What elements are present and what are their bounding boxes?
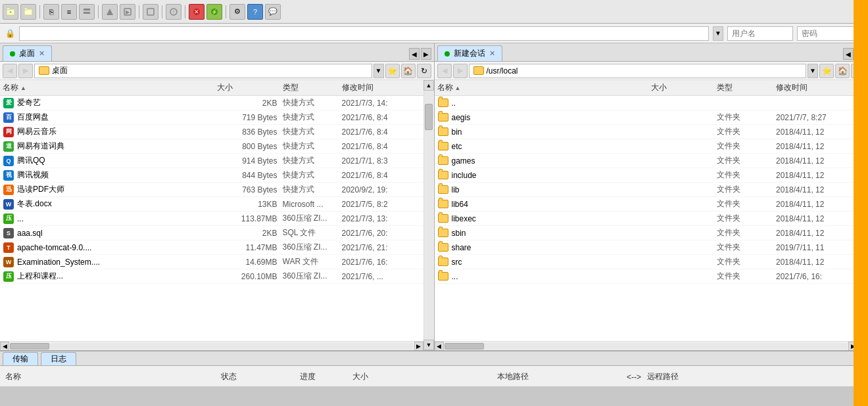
left-tab-close[interactable]: ✕ — [39, 49, 45, 58]
file-type: 文件夹 — [717, 227, 776, 238]
file-name: 网易云音乐 — [17, 126, 217, 137]
toolbar-btn-3[interactable]: ⎘ — [43, 4, 59, 20]
left-h-scroll-right[interactable]: ▶ — [414, 342, 423, 351]
left-h-scroll-left[interactable]: ◀ — [0, 342, 9, 351]
left-home-btn[interactable]: 🏠 — [401, 64, 416, 78]
left-col-type[interactable]: 类型 — [283, 82, 342, 93]
list-item[interactable]: 百百度网盘719 Bytes快捷方式2021/7/6, 8:4 — [0, 110, 423, 125]
file-type: 文件夹 — [717, 141, 776, 152]
toolbar-btn-7[interactable]: ▶ — [120, 4, 135, 20]
file-size: 260.10MB — [217, 272, 283, 281]
list-item[interactable]: etc文件夹2018/4/11, 12 — [435, 139, 858, 154]
right-h-scroll-left[interactable]: ◀ — [435, 342, 444, 351]
right-tab-session[interactable]: 新建会话 ✕ — [437, 45, 502, 61]
toolbar-upload[interactable]: ↑ — [166, 4, 181, 20]
left-col-date[interactable]: 修改时间 — [342, 82, 421, 93]
file-size: 914 Bytes — [217, 156, 283, 166]
file-type: 文件夹 — [717, 126, 776, 137]
list-item[interactable]: 爱爱奇艺2KB快捷方式2021/7/3, 14: — [0, 96, 423, 110]
password-input[interactable] — [797, 26, 863, 41]
list-item[interactable]: .. — [435, 96, 858, 110]
right-h-scroll-thumb[interactable] — [445, 343, 484, 350]
list-item[interactable]: 迅迅读PDF大师763 Bytes快捷方式2020/9/2, 19: — [0, 183, 423, 197]
left-scroll-thumb[interactable] — [425, 104, 433, 130]
list-item[interactable]: Saaa.sql2KBSQL 文件2021/7/6, 20: — [0, 226, 423, 240]
left-path-dropdown[interactable]: ▼ — [374, 64, 384, 78]
file-name: libexec — [452, 214, 652, 223]
left-scroll-down[interactable]: ▼ — [423, 340, 434, 350]
file-type: 快捷方式 — [283, 155, 342, 166]
toolbar-btn-6[interactable] — [102, 4, 118, 20]
right-tab-prev[interactable]: ◀ — [843, 48, 854, 60]
left-col-size[interactable]: 大小 — [217, 82, 283, 93]
left-back-btn[interactable]: ◀ — [3, 64, 17, 78]
file-size: 763 Bytes — [217, 185, 283, 194]
right-col-type[interactable]: 类型 — [717, 82, 776, 93]
right-accent-panel — [854, 0, 868, 406]
left-v-scrollbar[interactable]: ▲ ▼ — [423, 80, 434, 350]
toolbar-btn-4[interactable]: ≡ — [61, 4, 77, 20]
right-path-dropdown[interactable]: ▼ — [808, 64, 818, 78]
list-item[interactable]: share文件夹2019/7/11, 11 — [435, 240, 858, 255]
left-h-scroll-thumb[interactable] — [10, 343, 49, 350]
left-h-scroll-track[interactable] — [10, 343, 414, 350]
list-item[interactable]: aegis文件夹2021/7/7, 8:27 — [435, 110, 858, 125]
right-tab-close[interactable]: ✕ — [489, 49, 495, 58]
toolbar-connect[interactable]: ⚡ — [206, 4, 222, 20]
right-forward-btn[interactable]: ▶ — [453, 64, 468, 78]
toolbar-settings[interactable]: ⚙ — [229, 4, 245, 20]
left-forward-btn[interactable]: ▶ — [18, 64, 33, 78]
list-item[interactable]: games文件夹2018/4/11, 12 — [435, 154, 858, 168]
list-item[interactable]: ...文件夹2021/7/6, 16: — [435, 269, 858, 284]
toolbar-btn-8[interactable] — [143, 4, 158, 20]
list-item[interactable]: libexec文件夹2018/4/11, 12 — [435, 212, 858, 226]
username-input[interactable] — [727, 26, 793, 41]
right-col-size[interactable]: 大小 — [651, 82, 717, 93]
list-item[interactable]: 网网易云音乐836 Bytes快捷方式2021/7/6, 8:4 — [0, 125, 423, 139]
left-scroll-track[interactable] — [424, 91, 433, 340]
right-col-name[interactable]: 名称 ▲ — [437, 82, 652, 93]
right-home-btn[interactable]: 🏠 — [835, 64, 850, 78]
left-scroll-up[interactable]: ▲ — [423, 80, 434, 91]
left-refresh-btn[interactable]: ↻ — [417, 64, 431, 78]
list-item[interactable]: 视腾讯视频844 Bytes快捷方式2021/7/6, 8:4 — [0, 168, 423, 183]
list-item[interactable]: 压上程和课程...260.10MB360压缩 ZI...2021/7/6, ..… — [0, 269, 423, 284]
left-tab-prev[interactable]: ◀ — [409, 48, 420, 60]
list-item[interactable]: WExamination_System....14.69MBWAR 文件2021… — [0, 255, 423, 269]
address-input[interactable]: sftp://47.98.214.152 — [19, 26, 709, 41]
address-dropdown[interactable]: ▼ — [713, 26, 723, 41]
file-date: 2018/4/11, 12 — [776, 127, 855, 137]
right-back-btn[interactable]: ◀ — [437, 64, 452, 78]
left-tab-next[interactable]: ▶ — [421, 48, 431, 60]
toolbar-stop[interactable]: ✕ — [189, 4, 205, 20]
list-item[interactable]: 道网易有道词典800 Bytes快捷方式2021/7/6, 8:4 — [0, 139, 423, 154]
list-item[interactable]: lib64文件夹2018/4/11, 12 — [435, 197, 858, 212]
list-item[interactable]: Q腾讯QQ914 Bytes快捷方式2021/7/1, 8:3 — [0, 154, 423, 168]
toolbar-open[interactable] — [20, 4, 36, 20]
toolbar-help[interactable]: ? — [247, 4, 263, 20]
left-h-scrollbar[interactable]: ◀ ▶ — [0, 341, 423, 350]
right-bookmark-btn[interactable]: ⭐ — [819, 64, 834, 78]
list-item[interactable]: include文件夹2018/4/11, 12 — [435, 168, 858, 183]
list-item[interactable]: sbin文件夹2018/4/11, 12 — [435, 226, 858, 240]
right-col-date[interactable]: 修改时间 — [776, 82, 855, 93]
list-item[interactable]: src文件夹2018/4/11, 12 — [435, 255, 858, 269]
list-item[interactable]: W冬表.docx13KBMicrosoft ...2021/7/5, 8:2 — [0, 197, 423, 212]
left-col-name[interactable]: 名称 ▲ — [3, 82, 217, 93]
left-tab-desktop[interactable]: 桌面 ✕ — [3, 45, 52, 61]
list-item[interactable]: bin文件夹2018/4/11, 12 — [435, 125, 858, 139]
file-name: 腾讯QQ — [17, 155, 217, 166]
bottom-tab-log[interactable]: 日志 — [41, 352, 76, 365]
list-item[interactable]: Tapache-tomcat-9.0....11.47MB360压缩 ZI...… — [0, 240, 423, 255]
toolbar-chat[interactable]: 💬 — [265, 4, 281, 20]
toolbar-btn-5[interactable] — [79, 4, 95, 20]
bottom-tab-transfer[interactable]: 传输 — [3, 352, 38, 365]
file-size: 11.47MB — [217, 243, 283, 252]
toolbar-new-folder[interactable]: + — [3, 4, 18, 20]
list-item[interactable]: lib文件夹2018/4/11, 12 — [435, 183, 858, 197]
list-item[interactable]: 压...113.87MB360压缩 ZI...2021/7/3, 13: — [0, 212, 423, 226]
right-h-scrollbar[interactable]: ◀ ▶ — [435, 341, 858, 350]
right-h-scroll-track[interactable] — [445, 343, 848, 350]
left-bookmark-btn[interactable]: ⭐ — [385, 64, 400, 78]
file-type: 文件夹 — [717, 242, 776, 253]
